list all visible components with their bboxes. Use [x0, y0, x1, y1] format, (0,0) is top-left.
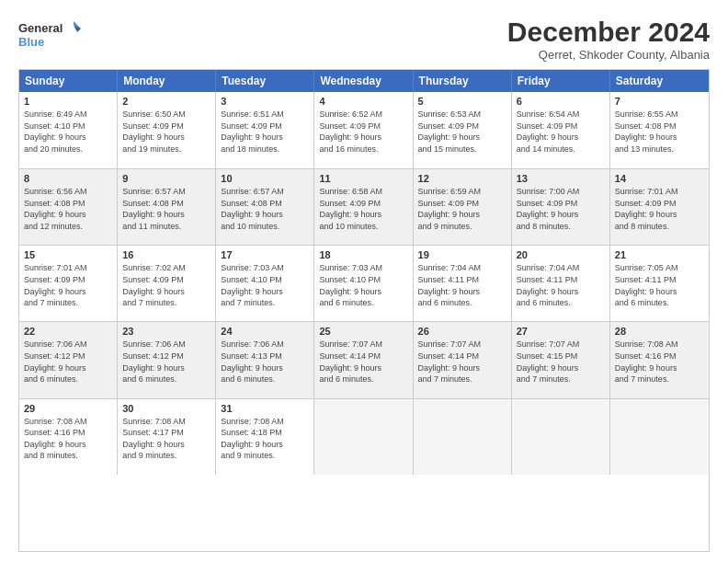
day-number: 4 [319, 96, 407, 107]
day-number: 8 [24, 173, 112, 184]
day-info: Sunrise: 7:07 AM Sunset: 4:14 PM Dayligh… [418, 339, 506, 385]
day-info: Sunrise: 6:49 AM Sunset: 4:10 PM Dayligh… [24, 109, 112, 155]
calendar-cell: 26Sunrise: 7:07 AM Sunset: 4:14 PM Dayli… [414, 322, 512, 397]
day-number: 24 [221, 326, 309, 337]
month-title: December 2024 [507, 17, 710, 48]
day-info: Sunrise: 6:51 AM Sunset: 4:09 PM Dayligh… [221, 109, 309, 155]
day-info: Sunrise: 6:52 AM Sunset: 4:09 PM Dayligh… [319, 109, 407, 155]
day-info: Sunrise: 7:08 AM Sunset: 4:18 PM Dayligh… [221, 416, 309, 462]
day-info: Sunrise: 6:54 AM Sunset: 4:09 PM Dayligh… [517, 109, 605, 155]
day-info: Sunrise: 7:01 AM Sunset: 4:09 PM Dayligh… [24, 262, 112, 308]
calendar-cell: 31Sunrise: 7:08 AM Sunset: 4:18 PM Dayli… [216, 399, 314, 475]
day-number: 20 [517, 249, 605, 260]
day-number: 11 [319, 173, 407, 184]
day-info: Sunrise: 7:08 AM Sunset: 4:16 PM Dayligh… [24, 416, 112, 462]
calendar-cell: 22Sunrise: 7:06 AM Sunset: 4:12 PM Dayli… [19, 322, 118, 397]
day-info: Sunrise: 7:04 AM Sunset: 4:11 PM Dayligh… [517, 262, 605, 308]
calendar-cell: 3Sunrise: 6:51 AM Sunset: 4:09 PM Daylig… [216, 92, 314, 168]
day-info: Sunrise: 6:56 AM Sunset: 4:08 PM Dayligh… [24, 186, 112, 232]
day-number: 5 [418, 96, 506, 107]
day-number: 28 [615, 326, 704, 337]
day-info: Sunrise: 6:57 AM Sunset: 4:08 PM Dayligh… [122, 186, 210, 232]
calendar-cell: 9Sunrise: 6:57 AM Sunset: 4:08 PM Daylig… [118, 169, 216, 245]
day-info: Sunrise: 7:06 AM Sunset: 4:12 PM Dayligh… [122, 339, 210, 385]
day-info: Sunrise: 7:07 AM Sunset: 4:14 PM Dayligh… [319, 339, 407, 385]
day-number: 12 [418, 173, 506, 184]
calendar-cell: 2Sunrise: 6:50 AM Sunset: 4:09 PM Daylig… [118, 92, 216, 168]
day-info: Sunrise: 6:55 AM Sunset: 4:08 PM Dayligh… [615, 109, 704, 155]
calendar-cell: 7Sunrise: 6:55 AM Sunset: 4:08 PM Daylig… [610, 92, 709, 168]
header-day-saturday: Saturday [610, 70, 709, 92]
day-info: Sunrise: 7:07 AM Sunset: 4:15 PM Dayligh… [517, 339, 605, 385]
calendar-cell: 19Sunrise: 7:04 AM Sunset: 4:11 PM Dayli… [414, 246, 512, 321]
calendar-cell: 10Sunrise: 6:57 AM Sunset: 4:08 PM Dayli… [216, 169, 314, 245]
logo-svg: General Blue [18, 17, 83, 53]
page: General Blue December 2024 Qerret, Shkod… [0, 0, 728, 563]
day-number: 13 [517, 173, 605, 184]
day-info: Sunrise: 7:04 AM Sunset: 4:11 PM Dayligh… [418, 262, 506, 308]
calendar-cell: 12Sunrise: 6:59 AM Sunset: 4:09 PM Dayli… [414, 169, 512, 245]
header-day-tuesday: Tuesday [216, 70, 314, 92]
calendar-row: 29Sunrise: 7:08 AM Sunset: 4:16 PM Dayli… [19, 398, 709, 475]
header-day-monday: Monday [118, 70, 216, 92]
calendar-cell: 5Sunrise: 6:53 AM Sunset: 4:09 PM Daylig… [414, 92, 512, 168]
calendar-cell: 24Sunrise: 7:06 AM Sunset: 4:13 PM Dayli… [216, 322, 314, 397]
calendar-cell [512, 399, 610, 475]
calendar-cell: 20Sunrise: 7:04 AM Sunset: 4:11 PM Dayli… [512, 246, 610, 321]
calendar-cell: 25Sunrise: 7:07 AM Sunset: 4:14 PM Dayli… [314, 322, 413, 397]
day-info: Sunrise: 7:06 AM Sunset: 4:13 PM Dayligh… [221, 339, 309, 385]
title-block: December 2024 Qerret, Shkoder County, Al… [507, 17, 710, 62]
day-info: Sunrise: 7:03 AM Sunset: 4:10 PM Dayligh… [319, 262, 407, 308]
day-info: Sunrise: 7:00 AM Sunset: 4:09 PM Dayligh… [517, 186, 605, 232]
calendar-cell: 13Sunrise: 7:00 AM Sunset: 4:09 PM Dayli… [512, 169, 610, 245]
day-number: 15 [24, 249, 112, 260]
day-info: Sunrise: 7:08 AM Sunset: 4:17 PM Dayligh… [122, 416, 210, 462]
header-day-sunday: Sunday [19, 70, 118, 92]
calendar-cell [314, 399, 413, 475]
day-info: Sunrise: 7:02 AM Sunset: 4:09 PM Dayligh… [122, 262, 210, 308]
day-info: Sunrise: 6:50 AM Sunset: 4:09 PM Dayligh… [122, 109, 210, 155]
day-info: Sunrise: 7:01 AM Sunset: 4:09 PM Dayligh… [615, 186, 704, 232]
svg-text:Blue: Blue [18, 35, 44, 49]
day-number: 30 [122, 403, 210, 414]
day-number: 16 [122, 249, 210, 260]
calendar-cell: 15Sunrise: 7:01 AM Sunset: 4:09 PM Dayli… [19, 246, 118, 321]
calendar-body: 1Sunrise: 6:49 AM Sunset: 4:10 PM Daylig… [19, 92, 709, 551]
day-number: 26 [418, 326, 506, 337]
calendar-cell: 27Sunrise: 7:07 AM Sunset: 4:15 PM Dayli… [512, 322, 610, 397]
logo: General Blue [18, 17, 83, 53]
day-number: 25 [319, 326, 407, 337]
day-number: 7 [615, 96, 704, 107]
day-number: 3 [221, 96, 309, 107]
day-number: 19 [418, 249, 506, 260]
calendar-cell: 11Sunrise: 6:58 AM Sunset: 4:09 PM Dayli… [314, 169, 413, 245]
calendar-header: SundayMondayTuesdayWednesdayThursdayFrid… [19, 70, 709, 92]
day-number: 17 [221, 249, 309, 260]
header-day-friday: Friday [512, 70, 610, 92]
day-info: Sunrise: 7:06 AM Sunset: 4:12 PM Dayligh… [24, 339, 112, 385]
calendar-cell [610, 399, 709, 475]
calendar-cell: 28Sunrise: 7:08 AM Sunset: 4:16 PM Dayli… [610, 322, 709, 397]
day-number: 22 [24, 326, 112, 337]
calendar-cell [414, 399, 512, 475]
header-day-thursday: Thursday [414, 70, 512, 92]
calendar-cell: 21Sunrise: 7:05 AM Sunset: 4:11 PM Dayli… [610, 246, 709, 321]
day-number: 21 [615, 249, 704, 260]
day-number: 29 [24, 403, 112, 414]
calendar-cell: 30Sunrise: 7:08 AM Sunset: 4:17 PM Dayli… [118, 399, 216, 475]
calendar-row: 8Sunrise: 6:56 AM Sunset: 4:08 PM Daylig… [19, 168, 709, 245]
header: General Blue December 2024 Qerret, Shkod… [18, 17, 710, 62]
day-info: Sunrise: 7:08 AM Sunset: 4:16 PM Dayligh… [615, 339, 704, 385]
day-number: 6 [517, 96, 605, 107]
day-number: 23 [122, 326, 210, 337]
day-info: Sunrise: 6:59 AM Sunset: 4:09 PM Dayligh… [418, 186, 506, 232]
day-number: 9 [122, 173, 210, 184]
calendar-cell: 1Sunrise: 6:49 AM Sunset: 4:10 PM Daylig… [19, 92, 118, 168]
day-number: 18 [319, 249, 407, 260]
day-number: 14 [615, 173, 704, 184]
calendar-cell: 18Sunrise: 7:03 AM Sunset: 4:10 PM Dayli… [314, 246, 413, 321]
calendar-cell: 23Sunrise: 7:06 AM Sunset: 4:12 PM Dayli… [118, 322, 216, 397]
day-number: 27 [517, 326, 605, 337]
calendar-cell: 6Sunrise: 6:54 AM Sunset: 4:09 PM Daylig… [512, 92, 610, 168]
day-number: 10 [221, 173, 309, 184]
